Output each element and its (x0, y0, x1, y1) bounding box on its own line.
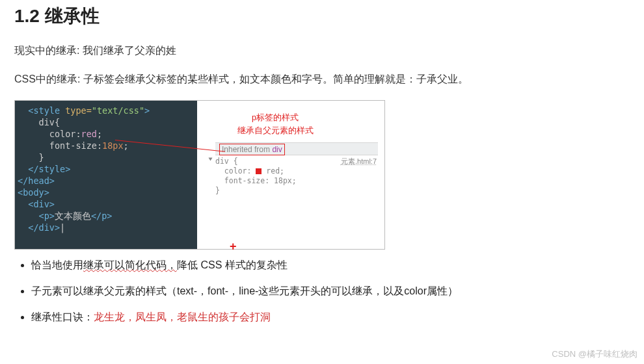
color-swatch-icon (256, 168, 262, 174)
list-item: 继承性口诀：龙生龙，凤生凤，老鼠生的孩子会打洞 (31, 309, 630, 325)
list-item: 子元素可以继承父元素的样式（text-，font-，line-这些元素开头的可以… (31, 283, 630, 299)
annotation-cross-icon: + (230, 240, 237, 254)
bullet-list: 恰当地使用继承可以简化代码，降低 CSS 样式的复杂性 子元素可以继承父元素的样… (17, 257, 630, 325)
expand-triangle-icon (209, 158, 213, 161)
list-item: 恰当地使用继承可以简化代码，降低 CSS 样式的复杂性 (31, 257, 630, 273)
annotation-line2: 继承自父元素的样式 (217, 125, 334, 136)
code-editor-pane: <style type="text/css"> div{ color:red; … (15, 101, 197, 249)
watermark: CSDN @橘子味红烧肉 (552, 348, 637, 360)
figure-inheritance-example: <style type="text/css"> div{ color:red; … (14, 100, 385, 250)
devtools-source-link[interactable]: 元素.html:7 (341, 157, 377, 166)
paragraph-analogy: 现实中的继承: 我们继承了父亲的姓 (14, 43, 630, 58)
paragraph-css-inheritance: CSS中的继承: 子标签会继承父标签的某些样式，如文本颜色和字号。简单的理解就是… (14, 72, 630, 87)
annotation-line1: p标签的样式 (223, 112, 327, 124)
devtools-pane: p标签的样式 继承自父元素的样式 Inherited from div div … (197, 101, 384, 249)
section-heading: 1.2 继承性 (14, 4, 630, 29)
devtools-inherited-from-row: Inherited from div (215, 142, 378, 155)
